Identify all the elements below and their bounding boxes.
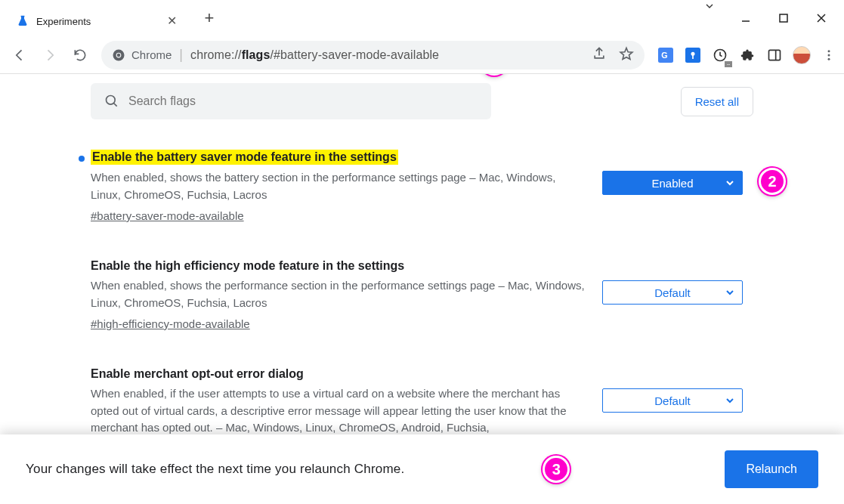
- flag-select[interactable]: Default: [602, 280, 743, 305]
- chrome-logo-icon: Chrome: [112, 48, 172, 62]
- window-controls: [728, 0, 844, 36]
- tab-title: Experiments: [36, 16, 159, 27]
- share-icon[interactable]: [592, 46, 607, 64]
- chrome-label: Chrome: [131, 48, 172, 61]
- flag-select[interactable]: Enabled: [602, 171, 743, 195]
- forward-button[interactable]: [36, 42, 63, 69]
- flag-select-value: Default: [654, 394, 691, 407]
- annotation-3: 3: [543, 456, 570, 483]
- url-path: /#battery-saver-mode-available: [270, 48, 439, 61]
- password-extension-icon[interactable]: [684, 46, 702, 64]
- flag-title: Enable the high efficiency mode feature …: [91, 259, 404, 273]
- svg-point-5: [117, 53, 121, 57]
- svg-point-16: [828, 57, 830, 60]
- titlebar: Experiments ✕ +: [0, 0, 844, 36]
- flag-control: Default: [602, 367, 753, 443]
- flask-icon: [17, 15, 29, 27]
- relaunch-message: Your changes will take effect the next t…: [26, 462, 404, 477]
- annotation-2: 2: [759, 168, 786, 195]
- flag-select[interactable]: Default: [602, 388, 743, 413]
- flag-main: Enable the battery saver mode feature in…: [91, 150, 587, 223]
- extensions-puzzle-icon[interactable]: [738, 46, 756, 64]
- flag-main: Enable the high efficiency mode feature …: [91, 259, 587, 331]
- svg-rect-12: [769, 50, 781, 60]
- flag-description: When enabled, shows the performance sect…: [91, 277, 587, 311]
- relaunch-button[interactable]: Relaunch: [725, 450, 818, 488]
- search-icon: [104, 94, 119, 109]
- flag-main: Enable merchant opt-out error dialog Whe…: [91, 367, 587, 443]
- relaunch-bar: Your changes will take effect the next t…: [0, 434, 844, 504]
- flag-control: Enabled: [602, 150, 753, 223]
- reset-all-button[interactable]: Reset all: [681, 87, 753, 116]
- svg-line-18: [114, 104, 117, 107]
- side-panel-icon[interactable]: [765, 46, 784, 64]
- omnibox-actions: [592, 46, 634, 64]
- omnibox[interactable]: Chrome | chrome://flags/#battery-saver-m…: [101, 41, 645, 70]
- chevron-down-icon: [725, 286, 734, 299]
- flag-control: Default: [602, 259, 753, 331]
- search-flags-input[interactable]: [128, 94, 478, 108]
- close-icon[interactable]: ✕: [167, 15, 177, 27]
- flag-item: Enable the high efficiency mode feature …: [91, 259, 753, 331]
- minimize-button[interactable]: [728, 3, 764, 33]
- flag-anchor-link[interactable]: #battery-saver-mode-available: [91, 209, 244, 222]
- profile-avatar[interactable]: [793, 46, 811, 64]
- url-prefix: chrome://: [190, 48, 242, 61]
- kebab-menu-icon[interactable]: [820, 48, 838, 62]
- url-display: chrome://flags/#battery-saver-mode-avail…: [190, 48, 439, 62]
- flag-select-value: Default: [654, 286, 691, 299]
- tab-strip: Experiments ✕ +: [0, 0, 691, 36]
- chevron-down-icon: [725, 394, 734, 407]
- modified-dot-icon: [79, 156, 85, 162]
- svg-rect-2: [780, 14, 787, 22]
- flag-select-value: Enabled: [651, 177, 693, 190]
- reload-button[interactable]: [66, 42, 94, 69]
- flag-title: Enable the battery saver mode feature in…: [91, 150, 398, 165]
- new-tab-button[interactable]: +: [196, 5, 222, 31]
- bookmark-star-icon[interactable]: [619, 46, 634, 64]
- flag-description: When enabled, if the user attempts to us…: [91, 385, 587, 437]
- url-host: flags: [242, 48, 271, 61]
- search-flags-box[interactable]: [91, 83, 491, 119]
- search-row: Reset all: [0, 74, 844, 128]
- tab-search-button[interactable]: [691, 0, 728, 12]
- omnibox-separator: |: [179, 47, 183, 63]
- flag-anchor-link[interactable]: #high-efficiency-mode-available: [91, 317, 250, 330]
- svg-text:G: G: [661, 51, 667, 60]
- svg-point-14: [828, 50, 830, 52]
- browser-tab[interactable]: Experiments ✕: [6, 6, 187, 36]
- flag-description: When enabled, shows the battery section …: [91, 169, 587, 203]
- svg-rect-0: [20, 16, 24, 17]
- clock-extension-icon[interactable]: --: [711, 46, 729, 64]
- close-window-button[interactable]: [803, 3, 839, 33]
- browser-toolbar: Chrome | chrome://flags/#battery-saver-m…: [0, 36, 844, 74]
- svg-point-15: [828, 54, 830, 56]
- extension-icons-row: G --: [652, 46, 838, 64]
- chevron-down-icon: [725, 177, 734, 190]
- flag-title: Enable merchant opt-out error dialog: [91, 367, 304, 381]
- flag-item: Enable the battery saver mode feature in…: [91, 150, 753, 223]
- flag-item: Enable merchant opt-out error dialog Whe…: [91, 367, 753, 443]
- back-button[interactable]: [6, 42, 33, 69]
- svg-rect-10: [692, 55, 694, 59]
- maximize-button[interactable]: [765, 3, 802, 33]
- translate-extension-icon[interactable]: G: [657, 46, 675, 64]
- svg-point-17: [107, 96, 116, 105]
- page-content: Reset all Enable the battery saver mode …: [0, 74, 844, 504]
